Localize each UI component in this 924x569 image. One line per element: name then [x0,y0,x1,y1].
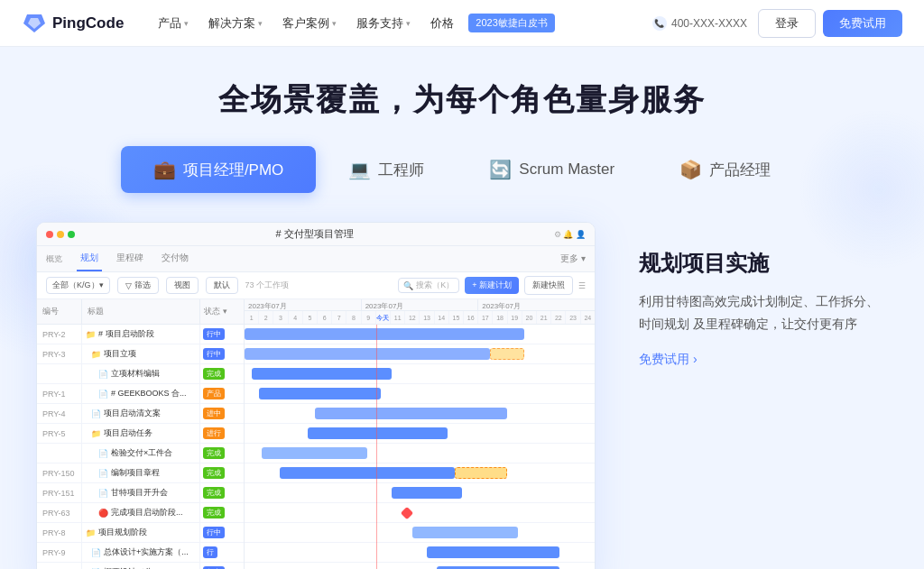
gantt-tab-milestone[interactable]: 里程碑 [113,246,147,271]
day-label: 19 [508,311,522,325]
day-label: 17 [478,311,493,325]
gantt-screenshot: # 交付型项目管理 ⚙ 🔔 👤 概览 规划 里程碑 交付物 更多 ▾ 全部（K/… [36,222,596,569]
logo-text: PingCode [52,14,124,32]
gantt-toolbar-left: 全部（K/G）▾ ▽ 筛选 视图 默认 73 个工作项 [46,277,391,294]
row-title: 📁项目规划阶段 [82,523,200,542]
gantt-tab-plan[interactable]: 规划 [77,246,102,271]
new-snapshot-button[interactable]: 新建快照 [524,276,573,295]
gantt-filter-btn[interactable]: ▽ 筛选 [117,277,159,294]
table-row: PRY-3 📁项目立项 行中 [37,344,244,364]
bar-row [245,325,595,344]
row-icon: 📁 [86,330,96,339]
role-tabs: 💼 项目经理/PMO 💻 工程师 🔄 Scrum Master 📦 产品经理 [18,146,906,193]
gantt-tab-summary: 概览 [46,253,62,265]
row-status: 产品 [200,384,244,403]
date-month-row: 2023年07月 2023年07月 2023年07月 [245,299,595,311]
bar-row [245,404,595,424]
row-status: 行中 [200,344,244,363]
day-label: 8 [346,311,361,325]
bar-row [245,384,595,404]
row-icon: 📄 [91,409,101,418]
bar-row [245,424,595,444]
login-button[interactable]: 登录 [758,9,816,38]
gantt-tabs: 概览 规划 里程碑 交付物 更多 ▾ [37,246,595,272]
hero-title: 全场景覆盖，为每个角色量身服务 [18,79,906,121]
nav-item-support[interactable]: 服务支持 ▾ [347,10,420,37]
gantt-tab-deliverable[interactable]: 交付物 [158,246,192,271]
gantt-view-btn[interactable]: 视图 [166,277,199,294]
chevron-down-icon: ▾ [184,19,189,28]
row-title: 🔴完成项目启动阶段... [82,503,200,522]
gantt-bar [259,388,382,399]
nav-item-solution[interactable]: 解决方案 ▾ [199,10,272,37]
gantt-bar [412,527,517,538]
gantt-toolbar: 全部（K/G）▾ ▽ 筛选 视图 默认 73 个工作项 🔍 搜索（K） + [37,272,595,299]
gantt-list-icon[interactable]: ☰ [578,281,586,290]
nav-item-product[interactable]: 产品 ▾ [149,10,198,37]
gantt-search[interactable]: 🔍 搜索（K） [398,278,459,293]
row-title: 📄编制项目章程 [82,463,200,482]
row-title: 📁项目立项 [82,344,200,363]
gantt-bar [252,368,392,380]
day-label: 21 [537,311,551,325]
row-status: 行中 [200,563,244,569]
row-id: PRY-5 [37,424,82,443]
day-label: 5 [303,311,318,325]
row-id: PRY-1 [37,384,82,403]
row-icon: 📄 [98,390,108,399]
new-plan-button[interactable]: + 新建计划 [465,277,519,294]
gantt-toolbar-right: 🔍 搜索（K） + 新建计划 新建快照 ☰ [398,276,586,295]
hero-section: 全场景覆盖，为每个角色量身服务 💼 项目经理/PMO 💻 工程师 🔄 Scrum… [0,47,924,193]
right-panel-link[interactable]: 免费试用 › [639,352,888,368]
month-label: 2023年07月 [362,299,479,310]
day-label: 18 [493,311,507,325]
row-title: 📄总体设计+实施方案（... [82,543,200,562]
row-id: PRY-3 [37,344,82,363]
today-line [376,325,377,569]
gantt-default-btn[interactable]: 默认 [206,277,238,294]
gantt-scope-select[interactable]: 全部（K/G）▾ [46,277,110,294]
pm-icon: 📦 [679,159,702,180]
nav-item-cases[interactable]: 客户案例 ▾ [273,10,346,37]
date-days-row: 1 2 3 4 5 6 7 8 9 今天 11 12 13 14 [245,311,595,325]
row-icon: 🔴 [98,509,108,518]
row-icon: 📄 [98,449,108,458]
day-label: 14 [435,311,449,325]
gantt-bar [308,427,448,439]
minimize-dot [57,231,64,238]
pingcode-logo-icon [22,11,47,36]
maximize-dot [68,231,75,238]
bar-row [245,483,595,503]
milestone-diamond [401,507,413,519]
role-tab-pm[interactable]: 📦 产品经理 [647,146,803,193]
role-tab-engineer[interactable]: 💻 工程师 [316,146,457,193]
day-label: 11 [391,311,405,325]
table-row: PRY-63 🔴完成项目启动阶段... 完成 [37,503,244,523]
role-tab-scrum[interactable]: 🔄 Scrum Master [457,146,647,193]
row-icon: 📄 [91,548,101,557]
row-title: 📄项目启动清文案 [82,404,200,423]
nav-badge-whitepaper[interactable]: 2023敏捷白皮书 [468,14,554,32]
scrum-icon: 🔄 [489,159,512,180]
search-icon: 🔍 [403,281,413,290]
row-status: 行中 [200,523,244,542]
chevron-down-icon: ▾ [258,19,263,28]
table-row: 📄立项材料编辑 完成 [37,364,244,384]
right-panel-title: 规划项目实施 [639,249,888,278]
row-status: 完成 [200,483,244,502]
logo[interactable]: PingCode [22,11,124,36]
right-panel-desc: 利用甘特图高效完成计划制定、工作拆分、时间规划 及里程碑确定，让交付更有序 [639,290,888,335]
table-row: PRY-4 📄项目启动清文案 进中 [37,404,244,424]
bar-row [245,463,595,483]
day-label: 16 [464,311,478,325]
gantt-bar-pending [490,348,525,360]
nav-phone: 📞 400-XXX-XXXX [652,16,747,31]
phone-icon: 📞 [652,16,667,31]
row-id: PRY-63 [37,503,82,522]
free-trial-button[interactable]: 免费试用 [823,10,902,37]
nav-item-price[interactable]: 价格 [421,10,463,37]
role-tab-pmo[interactable]: 💼 项目经理/PMO [121,146,316,193]
row-title: 📄甘特项目开升会 [82,483,200,502]
gantt-tab-more[interactable]: 更多 ▾ [560,252,586,265]
bar-row [245,344,595,364]
